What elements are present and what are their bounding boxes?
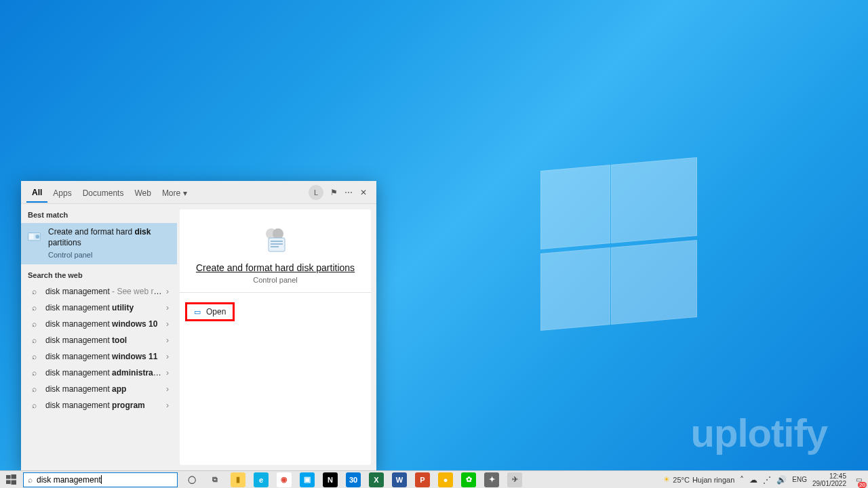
svg-rect-6 [271,241,283,242]
close-icon[interactable]: ✕ [356,185,371,200]
web-result-label: disk management utility [45,303,163,312]
taskbar-app-excel[interactable]: X [369,472,384,487]
web-result-item[interactable]: ⌕disk management windows 10› [21,316,177,332]
web-result-label: disk management administrator [45,368,163,378]
detail-subtitle: Control panel [180,276,371,293]
watermark: uplotify [691,410,827,455]
windows-logo [540,165,697,325]
more-options-icon[interactable]: ⋯ [341,185,356,200]
weather-widget[interactable]: ☀ 25°C Hujan ringan [663,475,734,484]
taskbar-app-cortana[interactable]: ◯ [184,472,199,487]
chevron-down-icon: ▾ [183,188,187,198]
search-icon: ⌕ [28,384,40,394]
taskbar-app-powerpoint[interactable]: P [415,472,430,487]
control-panel-icon [26,228,44,246]
tab-all[interactable]: All [26,182,47,203]
taskbar-app-calendar[interactable]: 30 [346,472,361,487]
taskbar-search-input[interactable]: ⌕ disk management [23,472,178,487]
tab-web[interactable]: Web [129,183,156,202]
notification-count: 20 [858,482,867,488]
search-icon: ⌕ [28,303,40,312]
user-avatar[interactable]: L [309,185,323,200]
search-icon: ⌕ [28,336,40,345]
taskbar-app-file-explorer[interactable]: ▮ [231,472,245,487]
web-result-label: disk management - See web results [45,287,163,296]
search-icon: ⌕ [28,475,33,485]
search-icon: ⌕ [28,352,40,361]
svg-rect-7 [271,243,283,245]
taskbar-app-chrome[interactable]: ◉ [277,472,292,487]
taskbar-app-ms-store[interactable]: ▣ [300,472,315,487]
web-result-item[interactable]: ⌕disk management windows 11› [21,348,177,365]
disk-mgmt-icon [259,224,292,257]
web-result-item[interactable]: ⌕disk management utility› [21,300,177,316]
wifi-icon[interactable]: ⋰ [763,475,771,485]
taskbar-app-edge[interactable]: e [254,472,269,487]
svg-rect-11 [6,480,11,484]
best-match-header: Best match [21,204,177,223]
web-result-item[interactable]: ⌕disk management tool› [21,332,177,348]
web-result-label: disk management windows 10 [45,319,163,329]
taskbar-app-app-3[interactable]: ✈ [507,472,522,487]
search-detail-pane: Create and format hard disk partitions C… [180,209,371,465]
web-result-item[interactable]: ⌕disk management - See web results› [21,283,177,300]
web-result-item[interactable]: ⌕disk management program› [21,397,177,413]
chevron-right-icon: › [163,287,172,296]
open-icon: ▭ [194,308,201,317]
chevron-right-icon: › [163,336,172,345]
open-action[interactable]: ▭ Open [185,302,235,321]
clock[interactable]: 12:45 29/01/2022 [812,472,846,487]
svg-point-2 [35,235,39,239]
open-label: Open [206,307,226,317]
search-web-header: Search the web [21,264,177,283]
search-icon: ⌕ [28,319,40,329]
taskbar-app-task-view[interactable]: ⧉ [208,472,222,487]
search-icon: ⌕ [28,287,40,296]
chevron-right-icon: › [163,303,172,312]
sun-icon: ☀ [663,475,670,484]
detail-title[interactable]: Create and format hard disk partitions [180,262,371,273]
best-match-subtitle: Control panel [48,251,170,259]
search-value: disk management [37,475,101,485]
web-result-item[interactable]: ⌕disk management app› [21,381,177,397]
tab-documents[interactable]: Documents [77,183,130,202]
taskbar-app-app-2[interactable]: ✦ [484,472,499,487]
search-results-left: Best match Create and format hard disk p… [21,204,177,470]
best-match-item[interactable]: Create and format hard disk partitions C… [21,223,177,264]
best-match-title: Create and format hard disk partitions [48,227,170,248]
svg-rect-12 [11,480,16,485]
web-result-label: disk management app [45,384,163,394]
language-indicator[interactable]: ENG [792,476,807,483]
tab-apps[interactable]: Apps [47,183,77,202]
chevron-right-icon: › [163,384,172,394]
chevron-right-icon: › [163,368,172,378]
taskbar-app-notion[interactable]: N [323,472,338,487]
search-tabs: All Apps Documents Web More ▾ L ⚑ ⋯ ✕ [21,181,376,204]
search-icon: ⌕ [28,368,40,378]
search-icon: ⌕ [28,401,40,410]
taskbar-app-line[interactable]: ✿ [461,472,476,487]
onedrive-icon[interactable]: ☁ [749,475,757,485]
svg-rect-1 [29,234,34,239]
web-result-label: disk management windows 11 [45,352,163,361]
system-tray: ☀ 25°C Hujan ringan ˄ ☁ ⋰ 🔊 ENG 12:45 29… [663,471,868,488]
tab-more[interactable]: More ▾ [157,183,193,202]
notifications-icon[interactable]: ▭ 20 [852,473,865,487]
taskbar-app-app-1[interactable]: ● [438,472,453,487]
web-result-label: disk management program [45,401,163,410]
start-button[interactable] [0,471,22,488]
svg-rect-9 [6,475,11,479]
web-result-item[interactable]: ⌕disk management administrator› [21,365,177,381]
taskbar-app-word[interactable]: W [392,472,407,487]
taskbar: ⌕ disk management ◯⧉▮e◉▣N30XWP●✿✦✈ ☀ 25°… [0,470,868,488]
desktop: uplotify All Apps Documents Web More ▾ L… [0,0,868,488]
web-result-label: disk management tool [45,336,163,345]
tray-chevron-icon[interactable]: ˄ [740,475,744,485]
windows-icon [6,474,16,485]
start-search-panel: All Apps Documents Web More ▾ L ⚑ ⋯ ✕ Be… [21,181,376,470]
volume-icon[interactable]: 🔊 [776,475,787,485]
feedback-icon[interactable]: ⚑ [326,185,341,200]
chevron-right-icon: › [163,401,172,410]
svg-rect-10 [11,474,16,479]
chevron-right-icon: › [163,352,172,361]
